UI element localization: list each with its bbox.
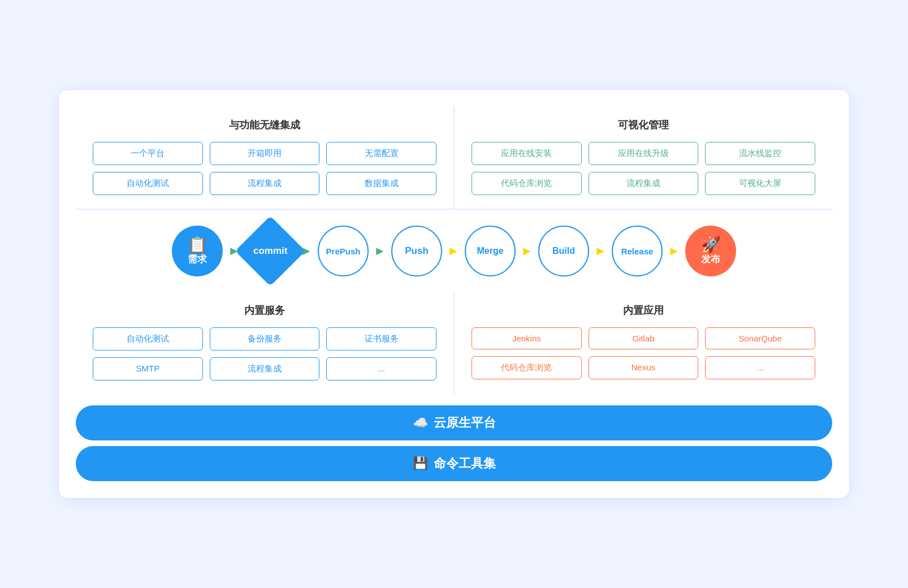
command-tools-bar[interactable]: 💾 命令工具集 bbox=[76, 446, 832, 481]
tag-item: 代码仓库浏览 bbox=[472, 172, 582, 195]
cloud-platform-label: 云原生平台 bbox=[434, 414, 496, 431]
quadrant-bottom-left: 内置服务 自动化测试 备份服务 证书服务 SMTP 流程集成 ... bbox=[76, 292, 455, 394]
needs-icon: 📋 bbox=[188, 237, 207, 253]
merge-label: Merge bbox=[477, 246, 503, 256]
top-left-title: 与功能无缝集成 bbox=[93, 118, 436, 132]
bottom-right-title: 内置应用 bbox=[472, 304, 815, 317]
node-prepush-circle: PrePush bbox=[318, 226, 369, 276]
command-tools-label: 命令工具集 bbox=[434, 455, 496, 472]
quadrant-top-left: 与功能无缝集成 一个平台 开箱即用 无需配置 自动化测试 流程集成 数据集成 bbox=[76, 107, 455, 210]
tag-item: ... bbox=[326, 357, 436, 381]
bottom-left-title: 内置服务 bbox=[93, 304, 436, 317]
pipeline-node-push: Push bbox=[391, 226, 442, 276]
arrow-5: ► bbox=[516, 244, 538, 258]
node-merge-circle: Merge bbox=[465, 226, 516, 276]
arrow-3: ► bbox=[369, 244, 391, 258]
tag-item: 自动化测试 bbox=[93, 172, 203, 195]
build-label: Build bbox=[552, 246, 575, 256]
node-commit-diamond: commit bbox=[235, 216, 305, 286]
tag-item: 流程集成 bbox=[210, 357, 320, 381]
pipeline-node-commit: commit bbox=[245, 226, 295, 276]
tag-item: 备份服务 bbox=[210, 327, 320, 351]
tag-item: SonarQube bbox=[705, 327, 815, 349]
needs-label: 需求 bbox=[188, 253, 207, 266]
tag-item: Jenkins bbox=[472, 327, 582, 349]
tag-item: 应用在线安装 bbox=[472, 142, 582, 165]
node-build-circle: Build bbox=[538, 226, 589, 276]
node-push-circle: Push bbox=[391, 226, 442, 276]
top-right-title: 可视化管理 bbox=[472, 118, 815, 132]
publish-icon: 🚀 bbox=[701, 237, 721, 253]
pipeline-node-merge: Merge bbox=[465, 226, 516, 276]
pipeline-row: 📋 需求 ► commit ► PrePush ► Push ► bbox=[76, 210, 832, 292]
tag-item: 开箱即用 bbox=[210, 142, 320, 165]
publish-label: 发布 bbox=[701, 253, 720, 266]
pipeline-node-publish: 🚀 发布 bbox=[685, 226, 736, 276]
bottom-bars: ☁️ 云原生平台 💾 命令工具集 bbox=[76, 405, 832, 481]
tag-item: Gitlab bbox=[589, 327, 699, 349]
tag-item: ... bbox=[705, 356, 815, 379]
arrow-4: ► bbox=[442, 244, 465, 258]
top-row: 与功能无缝集成 一个平台 开箱即用 无需配置 自动化测试 流程集成 数据集成 可… bbox=[76, 107, 832, 210]
release-label: Release bbox=[621, 247, 654, 256]
pipeline-node-needs: 📋 需求 bbox=[172, 226, 223, 276]
bottom-right-tags: Jenkins Gitlab SonarQube 代码仓库浏览 Nexus ..… bbox=[472, 327, 815, 379]
prepush-label: PrePush bbox=[326, 247, 361, 256]
quadrant-top-right: 可视化管理 应用在线安装 应用在线升级 流水线监控 代码仓库浏览 流程集成 可视… bbox=[455, 107, 832, 210]
tag-item: SMTP bbox=[93, 357, 203, 381]
cloud-platform-icon: ☁️ bbox=[413, 416, 428, 430]
arrow-7: ► bbox=[663, 244, 685, 258]
pipeline-node-release: Release bbox=[612, 226, 663, 276]
node-publish-circle: 🚀 发布 bbox=[685, 226, 736, 276]
bottom-left-tags: 自动化测试 备份服务 证书服务 SMTP 流程集成 ... bbox=[93, 327, 436, 381]
tag-item: 证书服务 bbox=[326, 327, 436, 351]
tag-item: 可视化大屏 bbox=[705, 172, 815, 195]
command-tools-icon: 💾 bbox=[413, 456, 428, 471]
tag-item: 流程集成 bbox=[589, 172, 699, 195]
pipeline-node-prepush: PrePush bbox=[318, 226, 369, 276]
node-release-circle: Release bbox=[612, 226, 663, 276]
node-needs-circle: 📋 需求 bbox=[172, 226, 223, 276]
tag-item: 一个平台 bbox=[93, 142, 203, 165]
pipeline-node-build: Build bbox=[538, 226, 589, 276]
main-container: 与功能无缝集成 一个平台 开箱即用 无需配置 自动化测试 流程集成 数据集成 可… bbox=[58, 89, 850, 499]
tag-item: 应用在线升级 bbox=[589, 142, 699, 165]
bottom-row: 内置服务 自动化测试 备份服务 证书服务 SMTP 流程集成 ... 内置应用 … bbox=[76, 292, 832, 394]
tag-item: 代码仓库浏览 bbox=[472, 356, 582, 379]
tag-item: Nexus bbox=[589, 356, 699, 379]
tag-item: 无需配置 bbox=[326, 142, 436, 165]
top-right-tags: 应用在线安装 应用在线升级 流水线监控 代码仓库浏览 流程集成 可视化大屏 bbox=[472, 142, 815, 195]
tag-item: 流水线监控 bbox=[705, 142, 815, 165]
commit-label: commit bbox=[253, 245, 287, 257]
arrow-6: ► bbox=[589, 244, 612, 258]
tag-item: 自动化测试 bbox=[93, 327, 203, 351]
tag-item: 流程集成 bbox=[210, 172, 320, 195]
top-left-tags: 一个平台 开箱即用 无需配置 自动化测试 流程集成 数据集成 bbox=[93, 142, 436, 195]
tag-item: 数据集成 bbox=[326, 172, 436, 195]
push-label: Push bbox=[405, 245, 429, 257]
quadrant-bottom-right: 内置应用 Jenkins Gitlab SonarQube 代码仓库浏览 Nex… bbox=[455, 292, 832, 394]
cloud-platform-bar[interactable]: ☁️ 云原生平台 bbox=[76, 405, 832, 440]
